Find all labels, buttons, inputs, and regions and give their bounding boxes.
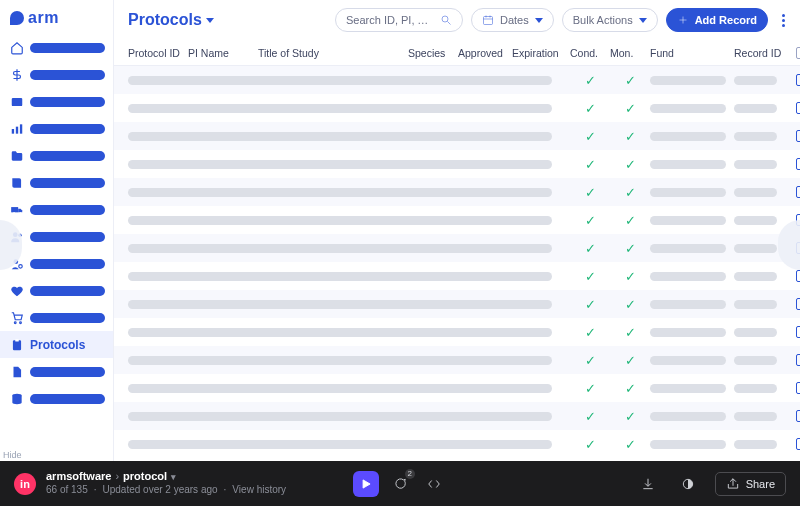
home-icon xyxy=(10,41,24,55)
table-row[interactable]: ✓✓ xyxy=(114,346,800,374)
row-checkbox[interactable] xyxy=(796,102,800,114)
table-row[interactable]: ✓✓ xyxy=(114,150,800,178)
row-checkbox[interactable] xyxy=(796,382,800,394)
col-species[interactable]: Species xyxy=(408,47,458,59)
share-button[interactable]: Share xyxy=(715,472,786,496)
table-row[interactable]: ✓✓ xyxy=(114,374,800,402)
table-row[interactable]: ✓✓ xyxy=(114,122,800,150)
view-history-link[interactable]: View history xyxy=(224,484,287,497)
row-checkbox[interactable] xyxy=(796,438,800,450)
table-row[interactable]: ✓✓ xyxy=(114,262,800,290)
sidebar-item-protocols[interactable]: Protocols xyxy=(0,331,113,358)
col-protocol-id[interactable]: Protocol ID xyxy=(128,47,188,59)
row-checkbox[interactable] xyxy=(796,326,800,338)
search-input[interactable]: Search ID, PI, Title... xyxy=(335,8,463,32)
row-checkbox[interactable] xyxy=(796,410,800,422)
appearance-toggle[interactable] xyxy=(675,471,701,497)
sidebar-item-label-placeholder xyxy=(30,151,105,161)
screen-name[interactable]: protocol xyxy=(123,470,167,484)
fund-placeholder xyxy=(650,160,726,169)
table-row[interactable]: ✓✓ xyxy=(114,402,800,430)
record-id-placeholder xyxy=(734,412,777,421)
project-name[interactable]: armsoftware xyxy=(46,470,111,484)
sidebar-item-4[interactable] xyxy=(0,142,113,169)
play-mode-button[interactable] xyxy=(353,471,379,497)
mon-check-icon: ✓ xyxy=(610,129,650,144)
svg-rect-4 xyxy=(11,207,18,212)
svg-rect-3 xyxy=(20,124,22,133)
col-pi-name[interactable]: PI Name xyxy=(188,47,258,59)
table-row[interactable]: ✓✓ xyxy=(114,430,800,458)
add-record-button[interactable]: Add Record xyxy=(666,8,768,32)
chevron-down-icon xyxy=(206,18,214,23)
table-row[interactable]: ✓✓ xyxy=(114,318,800,346)
page-title-dropdown[interactable]: Protocols xyxy=(128,11,214,29)
updated-text: Updated over 2 years ago xyxy=(94,484,218,497)
sidebar-item-label-placeholder xyxy=(30,97,105,107)
record-id-placeholder xyxy=(734,160,777,169)
chevron-right-icon: › xyxy=(115,470,119,484)
protocols-table: Protocol ID PI Name Title of Study Speci… xyxy=(114,40,800,461)
more-menu-button[interactable] xyxy=(776,14,790,27)
col-expiration[interactable]: Expiration xyxy=(512,47,570,59)
table-row[interactable]: ✓✓ xyxy=(114,66,800,94)
dates-dropdown[interactable]: Dates xyxy=(471,8,554,32)
row-checkbox[interactable] xyxy=(796,298,800,310)
sidebar-item-label-placeholder xyxy=(30,394,105,404)
svg-rect-18 xyxy=(483,17,492,25)
svg-rect-13 xyxy=(13,340,21,350)
row-content-placeholder xyxy=(128,356,552,365)
sidebar-item-2[interactable] xyxy=(0,88,113,115)
col-cond[interactable]: Cond. xyxy=(570,47,610,59)
add-record-label: Add Record xyxy=(695,14,757,26)
cond-check-icon: ✓ xyxy=(570,297,610,312)
invision-logo-icon[interactable]: in xyxy=(14,473,36,495)
brand-logo[interactable]: arm xyxy=(0,0,113,30)
hide-toggle[interactable]: Hide xyxy=(0,449,25,461)
row-checkbox[interactable] xyxy=(796,354,800,366)
cond-check-icon: ✓ xyxy=(570,73,610,88)
sidebar-item-12[interactable] xyxy=(0,358,113,385)
inspect-mode-button[interactable] xyxy=(421,471,447,497)
sidebar-item-5[interactable] xyxy=(0,169,113,196)
col-record-id[interactable]: Record ID xyxy=(734,47,788,59)
clipboard-icon xyxy=(10,338,24,352)
table-row[interactable]: ✓✓ xyxy=(114,290,800,318)
row-checkbox[interactable] xyxy=(796,270,800,282)
sidebar-item-10[interactable] xyxy=(0,304,113,331)
sidebar-item-3[interactable] xyxy=(0,115,113,142)
chevron-down-icon[interactable]: ▾ xyxy=(171,472,176,483)
table-row[interactable]: ✓✓ xyxy=(114,206,800,234)
row-checkbox[interactable] xyxy=(796,74,800,86)
mon-check-icon: ✓ xyxy=(610,157,650,172)
select-all-checkbox[interactable] xyxy=(796,47,800,59)
fund-placeholder xyxy=(650,132,726,141)
sidebar-item-9[interactable] xyxy=(0,277,113,304)
sidebar-item-13[interactable] xyxy=(0,385,113,412)
table-row[interactable]: ✓✓ xyxy=(114,94,800,122)
table-row[interactable]: ✓✓ xyxy=(114,234,800,262)
search-icon xyxy=(440,14,452,26)
svg-point-12 xyxy=(20,321,22,323)
col-title[interactable]: Title of Study xyxy=(258,47,408,59)
row-checkbox[interactable] xyxy=(796,130,800,142)
col-mon[interactable]: Mon. xyxy=(610,47,650,59)
svg-point-16 xyxy=(442,16,448,22)
comment-mode-button[interactable]: 2 xyxy=(387,471,413,497)
cond-check-icon: ✓ xyxy=(570,157,610,172)
sidebar-item-6[interactable] xyxy=(0,196,113,223)
sidebar-item-label-placeholder xyxy=(30,205,105,215)
content-area: Protocols Search ID, PI, Title... Dates xyxy=(114,0,800,461)
folder-icon xyxy=(10,149,24,163)
col-fund[interactable]: Fund xyxy=(650,47,734,59)
sidebar-item-1[interactable] xyxy=(0,61,113,88)
sidebar-item-0[interactable] xyxy=(0,34,113,61)
row-checkbox[interactable] xyxy=(796,158,800,170)
row-checkbox[interactable] xyxy=(796,186,800,198)
cond-check-icon: ✓ xyxy=(570,381,610,396)
sidebar-item-label-placeholder xyxy=(30,43,105,53)
download-button[interactable] xyxy=(635,471,661,497)
col-approved[interactable]: Approved xyxy=(458,47,512,59)
table-row[interactable]: ✓✓ xyxy=(114,178,800,206)
bulk-actions-dropdown[interactable]: Bulk Actions xyxy=(562,8,658,32)
